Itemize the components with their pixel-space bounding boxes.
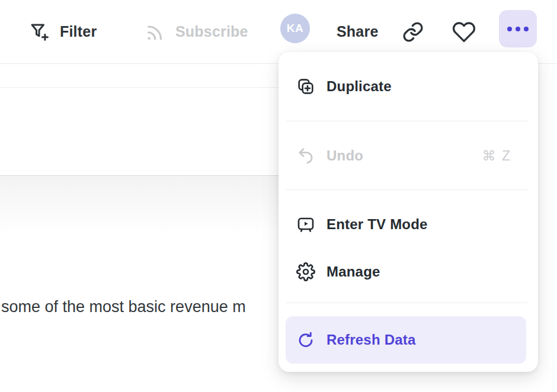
filter-plus-icon	[28, 21, 50, 43]
menu-item-undo[interactable]: Undo ⌘ Z	[278, 138, 538, 173]
more-options-menu: Duplicate Undo ⌘ Z Enter TV M	[278, 52, 538, 372]
filter-button[interactable]: Filter	[28, 0, 97, 63]
page-sub-header-band	[0, 64, 279, 88]
menu-item-enter-tv-mode[interactable]: Enter TV Mode	[278, 207, 538, 242]
tv-mode-icon	[296, 215, 315, 234]
share-label: Share	[337, 23, 378, 40]
menu-divider	[286, 189, 527, 190]
menu-item-label: Duplicate	[326, 78, 392, 95]
menu-divider	[286, 303, 527, 303]
rss-icon	[144, 21, 165, 43]
subscribe-button[interactable]: Subscribe	[144, 0, 248, 63]
duplicate-icon	[296, 77, 315, 96]
heart-icon	[452, 20, 476, 44]
filter-label: Filter	[60, 23, 97, 40]
more-options-button[interactable]	[499, 10, 537, 47]
user-avatar[interactable]: KA	[280, 14, 310, 43]
menu-item-label: Manage	[326, 264, 380, 280]
menu-item-refresh-data[interactable]: Refresh Data	[286, 316, 526, 364]
shortcut-hint: ⌘ Z	[482, 148, 511, 164]
menu-divider	[286, 121, 527, 121]
link-icon	[402, 21, 424, 43]
app-window: Filter Subscribe KA Share	[0, 0, 557, 392]
ellipsis-icon	[507, 27, 512, 31]
menu-item-manage[interactable]: Manage	[278, 254, 538, 290]
menu-item-duplicate[interactable]: Duplicate	[278, 69, 538, 104]
refresh-icon	[296, 330, 315, 349]
menu-item-label: Enter TV Mode	[326, 216, 428, 233]
subscribe-label: Subscribe	[175, 23, 248, 40]
section-divider-shading	[0, 176, 279, 236]
dashboard-text-fragment: some of the most basic revenue m	[1, 298, 280, 316]
undo-icon	[296, 146, 315, 165]
menu-item-label: Refresh Data	[326, 332, 415, 348]
menu-item-label: Undo	[326, 147, 363, 164]
gear-icon	[296, 262, 315, 281]
dashboard-card	[0, 88, 279, 176]
